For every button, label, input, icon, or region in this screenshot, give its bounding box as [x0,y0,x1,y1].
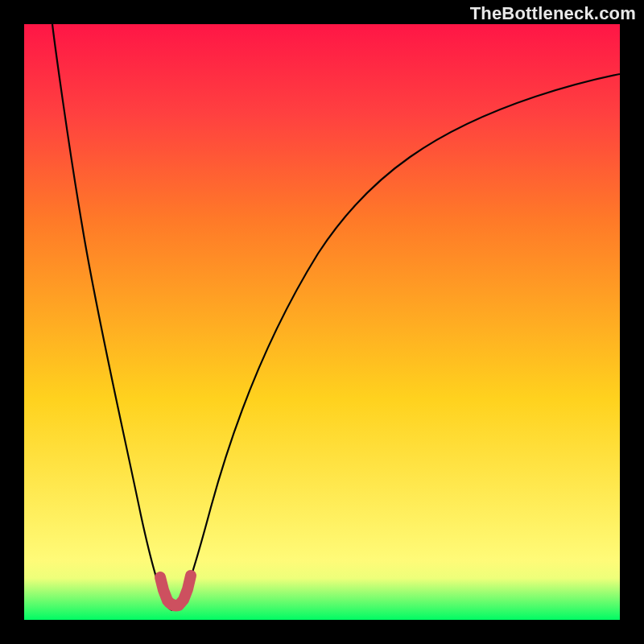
heat-gradient-background [24,24,620,620]
chart-container: TheBottleneck.com [0,0,644,644]
watermark-text: TheBottleneck.com [470,3,636,24]
